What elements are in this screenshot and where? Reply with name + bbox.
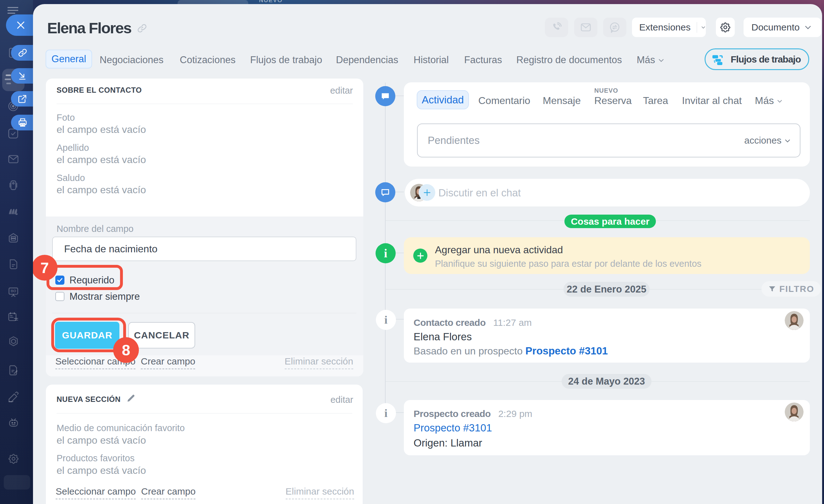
- svg-text:BO: BO: [11, 289, 16, 293]
